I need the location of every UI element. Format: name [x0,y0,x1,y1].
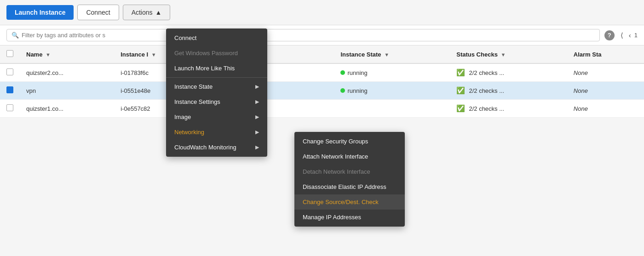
sort-icon: ▼ [46,52,51,57]
search-icon: 🔍 [12,32,19,39]
toolbar: Launch Instance Connect Actions ▲ [0,0,644,25]
actions-label: Actions [132,9,153,16]
cell-alarm: None [567,100,644,118]
header-checkbox-cell [0,46,20,63]
row-checkbox[interactable] [6,104,13,111]
cell-alarm: None [567,63,644,82]
col-state[interactable]: Instance State ▼ [334,46,450,63]
col-alarm[interactable]: Alarm Sta [567,46,644,63]
pagination-first-button[interactable]: ⟨ [618,30,626,40]
cell-az: us-west-2c [206,82,334,100]
help-icon[interactable]: ? [604,30,615,40]
instances-table: Name ▼ Instance I ▼ Availability Zone ▼ … [0,46,644,118]
pagination-prev-button[interactable]: ‹ [627,30,633,40]
status-check-icon: ✅ [456,86,467,94]
cell-az: us-west-2b [206,63,334,82]
row-checkbox[interactable] [6,86,13,93]
cell-name: quizster2.co... [20,63,114,82]
connect-button[interactable]: Connect [77,5,119,20]
cell-name: quizster1.co... [20,100,114,118]
search-bar: 🔍 ? ⟨ ‹ 1 [0,25,644,46]
cell-status-checks: ✅ 2/2 checks ... [450,63,567,82]
search-input-wrap: 🔍 [6,29,600,41]
actions-arrow-icon: ▲ [155,9,162,16]
cell-state: running [334,82,450,100]
status-check-icon: ✅ [456,68,467,76]
table-row[interactable]: quizster1.co...i-0e557c82✅ 2/2 checks ..… [0,100,644,118]
pagination-number: 1 [634,32,638,39]
cell-status-checks: ✅ 2/2 checks ... [450,82,567,100]
sort-icon: ▼ [500,52,506,57]
col-az[interactable]: Availability Zone ▼ [206,46,334,63]
launch-instance-button[interactable]: Launch Instance [6,5,74,20]
state-dot-icon [340,70,345,75]
cell-instance-id: i-0551e48e [114,82,206,100]
col-name[interactable]: Name ▼ [20,46,114,63]
state-dot-icon [340,88,345,93]
cell-alarm: None [567,82,644,100]
pagination: ⟨ ‹ 1 [618,30,638,40]
col-status[interactable]: Status Checks ▼ [450,46,567,63]
sort-icon: ▼ [151,52,156,57]
cell-state [334,100,450,118]
row-checkbox[interactable] [6,68,13,75]
search-bar-right: ? ⟨ ‹ 1 [604,30,638,40]
search-input[interactable] [22,32,595,39]
cell-az [206,100,334,118]
table-row[interactable]: vpni-0551e48eus-west-2crunning✅ 2/2 chec… [0,82,644,100]
cell-state: running [334,63,450,82]
instances-table-wrap: Name ▼ Instance I ▼ Availability Zone ▼ … [0,46,644,118]
actions-button[interactable]: Actions ▲ [123,5,171,20]
cell-instance-id: i-0e557c82 [114,100,206,118]
table-header-row: Name ▼ Instance I ▼ Availability Zone ▼ … [0,46,644,63]
col-instance-id[interactable]: Instance I ▼ [114,46,206,63]
sort-icon: ▼ [384,52,389,57]
status-check-icon: ✅ [456,104,467,112]
cell-status-checks: ✅ 2/2 checks ... [450,100,567,118]
select-all-checkbox[interactable] [6,50,13,57]
sort-icon: ▼ [262,52,267,57]
table-body: quizster2.co...i-01783f6cus-west-2brunni… [0,63,644,118]
cell-name: vpn [20,82,114,100]
table-row[interactable]: quizster2.co...i-01783f6cus-west-2brunni… [0,63,644,82]
cell-instance-id: i-01783f6c [114,63,206,82]
